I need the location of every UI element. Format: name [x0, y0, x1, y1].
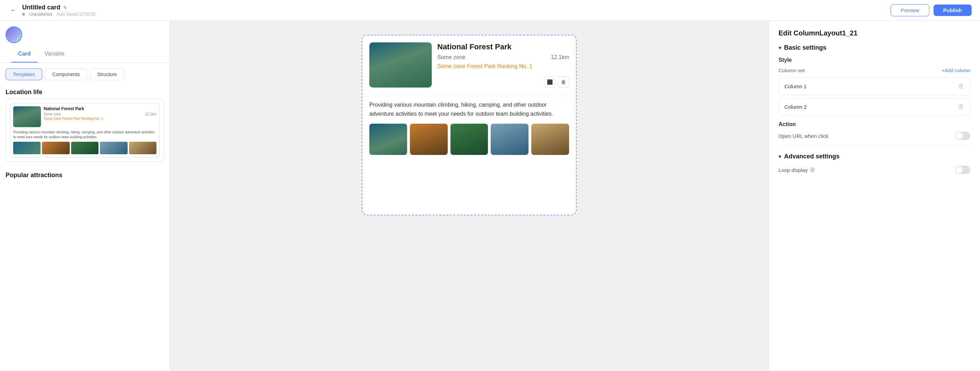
action-row: Open URL when click [778, 130, 970, 141]
action-label: Action [778, 121, 970, 128]
main-photo-2 [410, 124, 448, 155]
subtitle-row: Unpublished Auto Saved 12:50:33 [22, 12, 95, 17]
topbar-left: ← Untitled card ✎ Unpublished Auto Saved… [8, 4, 95, 17]
status-label: Unpublished [29, 12, 52, 17]
subtab-structure[interactable]: Structure [90, 69, 124, 80]
avatar-area [0, 21, 170, 43]
column-2-name: Column 2 [784, 104, 807, 110]
main-photo-3 [450, 124, 488, 155]
cp-photo-1 [13, 142, 41, 154]
back-button[interactable]: ← [8, 6, 18, 15]
title-group: Untitled card ✎ Unpublished Auto Saved 1… [22, 4, 95, 17]
basic-settings-label: Basic settings [784, 44, 826, 51]
card-copy-icon[interactable]: ⬛ [544, 77, 555, 88]
main-card-distance: 12.1km [551, 54, 569, 61]
open-url-label: Open URL when click [778, 133, 829, 139]
column-set-row: Column set +Add column [778, 67, 970, 73]
loop-toggle-knob [956, 166, 963, 173]
cp-photo-5 [129, 142, 156, 154]
advanced-settings-header[interactable]: ▾ Advanced settings [778, 153, 970, 160]
main-photo-1 [369, 124, 407, 155]
column-1-row: Column 1 🗑 [778, 77, 970, 95]
cp-description: Providing various mountain climbing, hik… [10, 130, 159, 142]
main-card-hero-image-inner [369, 42, 432, 88]
section-location-life-label: Location life [0, 83, 170, 99]
card-action-icons: ⬛ 🗑 [544, 77, 569, 88]
left-sidebar: Card Variable Templates Components Struc… [0, 21, 170, 371]
canvas-card[interactable]: National Forest Park Some zone 12.1km So… [362, 35, 577, 215]
subtab-components[interactable]: Components [45, 69, 87, 80]
main-photo-5 [531, 124, 569, 155]
cp-image-inner [13, 106, 41, 127]
cp-photo-2 [42, 142, 69, 154]
subtab-row: Templates Components Structure [0, 63, 170, 83]
panel-title: Edit ColumnLayout1_21 [778, 29, 970, 37]
page-title: Untitled card [22, 4, 60, 11]
cp-photo-3 [71, 142, 99, 154]
card-preview-inner: National Forest Park Some zone 12.1km So… [10, 103, 159, 157]
basic-settings-chevron-icon: ▾ [778, 45, 781, 51]
main-card-name: National Forest Park [437, 42, 569, 51]
avatar-online-indicator [18, 38, 21, 42]
basic-settings-header[interactable]: ▾ Basic settings [778, 44, 970, 51]
autosave-label: Auto Saved 12:50:33 [57, 12, 95, 17]
tab-card[interactable]: Card [11, 46, 37, 62]
main-tab-row: Card Variable [0, 46, 170, 63]
main-card-zone: Some zone [437, 54, 465, 61]
toggle-knob [956, 132, 963, 139]
preview-button[interactable]: Preview [891, 4, 929, 16]
divider [778, 147, 970, 147]
cp-image [13, 106, 41, 127]
main-photo-4 [491, 124, 528, 155]
tab-variable[interactable]: Variable [37, 46, 72, 62]
section-popular-attractions-label: Popular attractions [0, 168, 170, 182]
title-row: Untitled card ✎ [22, 4, 95, 11]
loop-display-info-icon[interactable]: i [810, 167, 815, 173]
edit-title-icon[interactable]: ✎ [63, 5, 67, 10]
loop-display-row: Loop display i [778, 166, 970, 174]
style-label: Style [778, 57, 970, 63]
canvas-area: National Forest Park Some zone 12.1km So… [170, 21, 768, 371]
loop-display-label: Loop display i [778, 167, 815, 173]
cp-zone-row: Some zone 12.1km [44, 112, 156, 116]
cp-distance: 12.1km [145, 112, 156, 116]
column-set-label: Column set [778, 67, 805, 73]
card-delete-icon[interactable]: 🗑 [558, 77, 569, 88]
topbar-right: Preview Publish [891, 4, 972, 16]
cp-top: National Forest Park Some zone 12.1km So… [10, 104, 159, 130]
avatar [6, 26, 22, 43]
column-2-delete-icon[interactable]: 🗑 [958, 103, 964, 110]
main-card-zone-row: Some zone 12.1km [437, 54, 569, 61]
cp-rank: Some zone Forest Park Ranking No. 1 [44, 117, 156, 120]
cp-zone: Some zone [44, 112, 61, 116]
column-1-name: Column 1 [784, 83, 807, 89]
main-layout: Card Variable Templates Components Struc… [0, 21, 980, 371]
column-1-delete-icon[interactable]: 🗑 [958, 83, 964, 90]
card-preview-thumbnail[interactable]: National Forest Park Some zone 12.1km So… [6, 99, 164, 162]
main-card-description: Providing various mountain climbing, hik… [363, 95, 576, 124]
cp-photo-4 [100, 142, 127, 154]
right-panel: Edit ColumnLayout1_21 ▾ Basic settings S… [768, 21, 980, 371]
cp-photos [10, 142, 159, 157]
publish-button[interactable]: Publish [934, 5, 972, 16]
status-dot-icon [22, 13, 25, 16]
cp-name: National Forest Park [44, 106, 156, 111]
main-card-rank: Some zone Forest Park Ranking No. 1 [437, 63, 569, 69]
add-column-button[interactable]: +Add column [942, 68, 970, 73]
open-url-toggle[interactable] [955, 132, 970, 140]
advanced-settings-label: Advanced settings [784, 153, 840, 160]
column-2-row: Column 2 🗑 [778, 98, 970, 116]
main-card-top: National Forest Park Some zone 12.1km So… [363, 35, 576, 95]
main-card-photos [363, 124, 576, 162]
subtab-templates[interactable]: Templates [6, 69, 42, 80]
topbar: ← Untitled card ✎ Unpublished Auto Saved… [0, 0, 980, 21]
advanced-settings-chevron-icon: ▾ [778, 153, 781, 160]
main-card-hero-image [369, 42, 432, 88]
loop-display-toggle[interactable] [955, 166, 970, 174]
cp-info: National Forest Park Some zone 12.1km So… [44, 106, 156, 127]
